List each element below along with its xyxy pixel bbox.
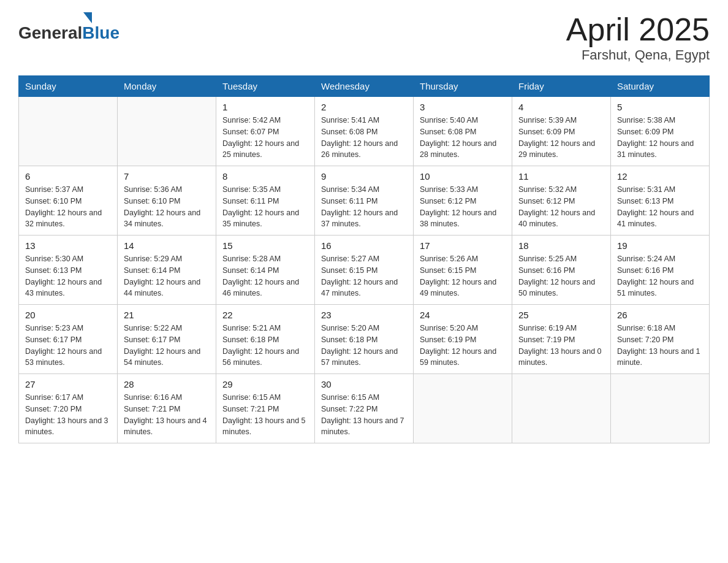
day-info: Sunrise: 5:25 AMSunset: 6:16 PMDaylight:…: [518, 253, 604, 299]
day-number: 20: [25, 310, 111, 320]
calendar-cell: 27Sunrise: 6:17 AMSunset: 7:20 PMDayligh…: [19, 374, 118, 443]
day-info: Sunrise: 6:15 AMSunset: 7:21 PMDaylight:…: [222, 392, 308, 438]
day-info: Sunrise: 6:19 AMSunset: 7:19 PMDaylight:…: [518, 323, 604, 369]
day-info: Sunrise: 5:41 AMSunset: 6:08 PMDaylight:…: [321, 115, 407, 161]
day-number: 30: [321, 379, 407, 389]
day-number: 4: [518, 102, 604, 112]
logo-blue-text: Blue: [82, 23, 119, 43]
day-number: 16: [321, 240, 407, 251]
day-number: 6: [25, 171, 111, 182]
logo-blue-part: Blue: [82, 12, 119, 43]
calendar-title: April 2025: [566, 12, 710, 47]
day-number: 26: [617, 310, 703, 320]
calendar-header-row: SundayMondayTuesdayWednesdayThursdayFrid…: [19, 76, 710, 97]
day-info: Sunrise: 5:33 AMSunset: 6:12 PMDaylight:…: [420, 184, 506, 230]
day-info: Sunrise: 5:36 AMSunset: 6:10 PMDaylight:…: [124, 184, 210, 230]
day-number: 14: [124, 240, 210, 251]
calendar-cell: 11Sunrise: 5:32 AMSunset: 6:12 PMDayligh…: [512, 166, 611, 236]
calendar-week-1: 1Sunrise: 5:42 AMSunset: 6:07 PMDaylight…: [19, 97, 710, 166]
calendar-week-2: 6Sunrise: 5:37 AMSunset: 6:10 PMDaylight…: [19, 166, 710, 236]
day-info: Sunrise: 6:18 AMSunset: 7:20 PMDaylight:…: [617, 323, 703, 369]
day-number: 15: [222, 240, 308, 251]
day-number: 5: [617, 102, 703, 112]
calendar-cell: [19, 97, 118, 166]
calendar-cell: 3Sunrise: 5:40 AMSunset: 6:08 PMDaylight…: [414, 97, 512, 166]
calendar-cell: 26Sunrise: 6:18 AMSunset: 7:20 PMDayligh…: [611, 305, 710, 374]
day-number: 11: [518, 171, 604, 182]
calendar-cell: 1Sunrise: 5:42 AMSunset: 6:07 PMDaylight…: [216, 97, 315, 166]
calendar-cell: 25Sunrise: 6:19 AMSunset: 7:19 PMDayligh…: [512, 305, 611, 374]
day-header-thursday: Thursday: [414, 76, 512, 97]
calendar-cell: [611, 374, 710, 443]
day-header-friday: Friday: [512, 76, 611, 97]
title-block: April 2025 Farshut, Qena, Egypt: [566, 12, 710, 63]
day-info: Sunrise: 5:39 AMSunset: 6:09 PMDaylight:…: [518, 115, 604, 161]
day-header-saturday: Saturday: [611, 76, 710, 97]
day-number: 19: [617, 240, 703, 251]
calendar-cell: [414, 374, 512, 443]
calendar-cell: 12Sunrise: 5:31 AMSunset: 6:13 PMDayligh…: [611, 166, 710, 236]
calendar-cell: 15Sunrise: 5:28 AMSunset: 6:14 PMDayligh…: [216, 236, 315, 305]
page-header: General Blue April 2025 Farshut, Qena, E…: [18, 12, 710, 63]
calendar-cell: 23Sunrise: 5:20 AMSunset: 6:18 PMDayligh…: [315, 305, 414, 374]
day-number: 24: [420, 310, 506, 320]
calendar-cell: 19Sunrise: 5:24 AMSunset: 6:16 PMDayligh…: [611, 236, 710, 305]
day-info: Sunrise: 5:24 AMSunset: 6:16 PMDaylight:…: [617, 253, 703, 299]
day-number: 1: [222, 102, 308, 112]
calendar-table: SundayMondayTuesdayWednesdayThursdayFrid…: [18, 75, 710, 443]
calendar-week-5: 27Sunrise: 6:17 AMSunset: 7:20 PMDayligh…: [19, 374, 710, 443]
calendar-cell: 29Sunrise: 6:15 AMSunset: 7:21 PMDayligh…: [216, 374, 315, 443]
calendar-cell: 16Sunrise: 5:27 AMSunset: 6:15 PMDayligh…: [315, 236, 414, 305]
day-info: Sunrise: 5:35 AMSunset: 6:11 PMDaylight:…: [222, 184, 308, 230]
day-number: 18: [518, 240, 604, 251]
calendar-cell: 22Sunrise: 5:21 AMSunset: 6:18 PMDayligh…: [216, 305, 315, 374]
calendar-subtitle: Farshut, Qena, Egypt: [566, 47, 710, 63]
day-info: Sunrise: 5:28 AMSunset: 6:14 PMDaylight:…: [222, 253, 308, 299]
day-info: Sunrise: 5:42 AMSunset: 6:07 PMDaylight:…: [222, 115, 308, 161]
calendar-week-3: 13Sunrise: 5:30 AMSunset: 6:13 PMDayligh…: [19, 236, 710, 305]
logo-arrow-icon: [83, 12, 92, 23]
day-info: Sunrise: 6:17 AMSunset: 7:20 PMDaylight:…: [25, 392, 111, 438]
day-info: Sunrise: 5:31 AMSunset: 6:13 PMDaylight:…: [617, 184, 703, 230]
day-header-monday: Monday: [118, 76, 216, 97]
day-info: Sunrise: 5:20 AMSunset: 6:18 PMDaylight:…: [321, 323, 407, 369]
day-number: 9: [321, 171, 407, 182]
day-info: Sunrise: 5:30 AMSunset: 6:13 PMDaylight:…: [25, 253, 111, 299]
day-header-tuesday: Tuesday: [216, 76, 315, 97]
day-number: 17: [420, 240, 506, 251]
day-number: 21: [124, 310, 210, 320]
day-info: Sunrise: 5:23 AMSunset: 6:17 PMDaylight:…: [25, 323, 111, 369]
day-number: 22: [222, 310, 308, 320]
calendar-cell: 9Sunrise: 5:34 AMSunset: 6:11 PMDaylight…: [315, 166, 414, 236]
calendar-cell: 20Sunrise: 5:23 AMSunset: 6:17 PMDayligh…: [19, 305, 118, 374]
day-number: 12: [617, 171, 703, 182]
day-header-sunday: Sunday: [19, 76, 118, 97]
day-number: 2: [321, 102, 407, 112]
calendar-cell: 8Sunrise: 5:35 AMSunset: 6:11 PMDaylight…: [216, 166, 315, 236]
day-number: 29: [222, 379, 308, 389]
calendar-cell: 6Sunrise: 5:37 AMSunset: 6:10 PMDaylight…: [19, 166, 118, 236]
day-number: 3: [420, 102, 506, 112]
day-info: Sunrise: 6:15 AMSunset: 7:22 PMDaylight:…: [321, 392, 407, 438]
calendar-cell: 13Sunrise: 5:30 AMSunset: 6:13 PMDayligh…: [19, 236, 118, 305]
day-info: Sunrise: 5:29 AMSunset: 6:14 PMDaylight:…: [124, 253, 210, 299]
day-number: 25: [518, 310, 604, 320]
day-info: Sunrise: 5:20 AMSunset: 6:19 PMDaylight:…: [420, 323, 506, 369]
day-number: 23: [321, 310, 407, 320]
day-number: 8: [222, 171, 308, 182]
calendar-cell: 17Sunrise: 5:26 AMSunset: 6:15 PMDayligh…: [414, 236, 512, 305]
day-info: Sunrise: 5:26 AMSunset: 6:15 PMDaylight:…: [420, 253, 506, 299]
day-info: Sunrise: 5:21 AMSunset: 6:18 PMDaylight:…: [222, 323, 308, 369]
logo-general-text: General: [18, 23, 82, 43]
logo: General Blue: [18, 12, 119, 43]
day-header-wednesday: Wednesday: [315, 76, 414, 97]
calendar-cell: [118, 97, 216, 166]
day-info: Sunrise: 5:38 AMSunset: 6:09 PMDaylight:…: [617, 115, 703, 161]
calendar-cell: 2Sunrise: 5:41 AMSunset: 6:08 PMDaylight…: [315, 97, 414, 166]
day-number: 7: [124, 171, 210, 182]
day-info: Sunrise: 5:34 AMSunset: 6:11 PMDaylight:…: [321, 184, 407, 230]
day-info: Sunrise: 5:32 AMSunset: 6:12 PMDaylight:…: [518, 184, 604, 230]
day-info: Sunrise: 5:40 AMSunset: 6:08 PMDaylight:…: [420, 115, 506, 161]
day-info: Sunrise: 5:27 AMSunset: 6:15 PMDaylight:…: [321, 253, 407, 299]
day-number: 13: [25, 240, 111, 251]
